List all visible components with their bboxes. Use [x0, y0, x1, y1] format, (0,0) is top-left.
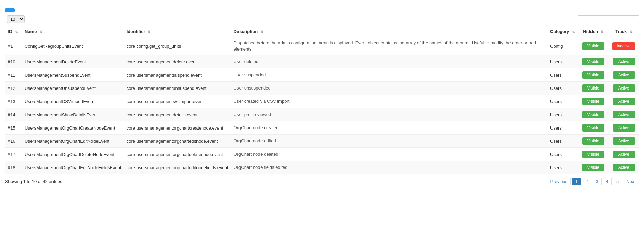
cell-name: UsersManagementOrgChartEditNodeEvent — [22, 135, 124, 148]
cell-identifier: core.usersmanagementorgcharteditnodetiel… — [124, 161, 231, 174]
track-button[interactable]: Active — [613, 151, 635, 158]
table-controls: 102550100 — [5, 15, 639, 23]
logs-button[interactable] — [5, 8, 15, 12]
pagination: Previous 12345Next — [547, 178, 639, 185]
table-row: #13 UsersManagementCSVimportEvent core.u… — [5, 95, 639, 108]
page-button[interactable]: 1 — [572, 178, 581, 185]
table-header: ID ⇅ Name ⇅ Identifier ⇅ Description ⇅ C… — [5, 26, 639, 37]
table-row: #12 UsersManagementUnsuspendEvent core.u… — [5, 82, 639, 95]
hidden-button[interactable]: Visible — [582, 151, 604, 158]
cell-hidden: Visible — [578, 95, 608, 108]
entries-select[interactable]: 102550100 — [7, 15, 25, 23]
page-button[interactable]: 2 — [582, 178, 591, 185]
track-button[interactable]: Active — [613, 111, 635, 118]
cell-name: UsersManagementOrgChartDeleteNodeEvent — [22, 148, 124, 161]
table-row: #17 UsersManagementOrgChartDeleteNodeEve… — [5, 148, 639, 161]
cell-track: Active — [608, 95, 639, 108]
page-button[interactable]: 4 — [603, 178, 612, 185]
table-row: #11 UsersManagementSuspendEvent core.use… — [5, 68, 639, 82]
sort-icon-id: ⇅ — [15, 30, 18, 34]
cell-id: #1 — [5, 37, 22, 55]
cell-hidden: Visible — [578, 55, 608, 68]
cell-name: UsersManagementCSVimportEvent — [22, 95, 124, 108]
hidden-button[interactable]: Visible — [582, 111, 604, 118]
hidden-button[interactable]: Visible — [582, 137, 604, 145]
cell-name: UsersManagementUnsuspendEvent — [22, 82, 124, 95]
cell-category: Users — [547, 121, 578, 135]
hidden-button[interactable]: Visible — [582, 84, 604, 92]
cell-identifier: core.usersmanagementorgchartdeletenode.e… — [124, 148, 231, 161]
page-button[interactable]: 5 — [613, 178, 622, 185]
cell-name: UsersManagementSuspendEvent — [22, 68, 124, 82]
cell-identifier: core.usersmanagementdelete.event — [124, 55, 231, 68]
cell-identifier: core.usersmanagementdetails.event — [124, 108, 231, 121]
table-row: #10 UsersManagementDeleteEvent core.user… — [5, 55, 639, 68]
cell-identifier: core.usersmanagementsuspend.event — [124, 68, 231, 82]
cell-id: #12 — [5, 82, 22, 95]
cell-track: Active — [608, 82, 639, 95]
next-button[interactable]: Next — [623, 178, 639, 185]
cell-hidden: Visible — [578, 121, 608, 135]
prev-button[interactable]: Previous — [547, 178, 571, 185]
sort-icon-hidden: ⇅ — [601, 30, 603, 34]
col-header-category[interactable]: Category ⇅ — [547, 26, 578, 37]
sort-icon-category: ⇅ — [572, 30, 575, 34]
cell-identifier: core.config.get_group_units — [124, 37, 231, 55]
cell-category: Config — [547, 37, 578, 55]
show-entries-control: 102550100 — [5, 15, 27, 23]
cell-category: Users — [547, 161, 578, 174]
col-header-identifier[interactable]: Identifier ⇅ — [124, 26, 231, 37]
cell-track: Active — [608, 108, 639, 121]
track-button[interactable]: Active — [613, 58, 635, 65]
cell-description: User created via CSV import — [231, 95, 547, 108]
hidden-button[interactable]: Visible — [582, 42, 604, 50]
cell-track: Active — [608, 55, 639, 68]
cell-track: Active — [608, 161, 639, 174]
hidden-button[interactable]: Visible — [582, 164, 604, 171]
cell-id: #15 — [5, 121, 22, 135]
col-header-description[interactable]: Description ⇅ — [231, 26, 547, 37]
cell-description: OrgChart node edited — [231, 135, 547, 148]
table-row: #14 UsersManagementShowDetailsEvent core… — [5, 108, 639, 121]
hidden-button[interactable]: Visible — [582, 58, 604, 65]
cell-hidden: Visible — [578, 68, 608, 82]
track-button[interactable]: Active — [613, 98, 635, 105]
showing-entries: Showing 1 to 10 of 42 entries — [5, 179, 62, 184]
col-header-id[interactable]: ID ⇅ — [5, 26, 22, 37]
col-header-track[interactable]: Track ⇅ — [608, 26, 639, 37]
cell-name: UsersManagementDeleteEvent — [22, 55, 124, 68]
search-box — [576, 15, 639, 23]
cell-identifier: core.usersmanagementorgcharteditnode.eve… — [124, 135, 231, 148]
track-button[interactable]: Active — [613, 71, 635, 79]
cell-id: #14 — [5, 108, 22, 121]
cell-id: #10 — [5, 55, 22, 68]
search-input[interactable] — [578, 15, 639, 23]
cell-description: OrgChart node created — [231, 121, 547, 135]
track-button[interactable]: Active — [613, 84, 635, 92]
cell-category: Users — [547, 135, 578, 148]
col-header-hidden[interactable]: Hidden ⇅ — [578, 26, 608, 37]
page-button[interactable]: 3 — [593, 178, 602, 185]
col-header-name[interactable]: Name ⇅ — [22, 26, 124, 37]
hidden-button[interactable]: Visible — [582, 98, 604, 105]
track-button[interactable]: Active — [613, 137, 635, 145]
cell-description: OrgChart node deleted — [231, 148, 547, 161]
cell-category: Users — [547, 108, 578, 121]
track-button[interactable]: Active — [613, 164, 635, 171]
track-button[interactable]: Inactive — [612, 42, 635, 50]
cell-id: #18 — [5, 161, 22, 174]
track-button[interactable]: Active — [613, 124, 635, 132]
cell-identifier: core.usersmanagementorgchartcreatenode.e… — [124, 121, 231, 135]
hidden-button[interactable]: Visible — [582, 124, 604, 132]
cell-name: UsersManagementShowDetailsEvent — [22, 108, 124, 121]
cell-track: Active — [608, 148, 639, 161]
cell-hidden: Visible — [578, 37, 608, 55]
cell-hidden: Visible — [578, 82, 608, 95]
sort-icon-track: ⇅ — [629, 30, 632, 34]
sort-icon-description: ⇅ — [261, 30, 263, 34]
cell-id: #11 — [5, 68, 22, 82]
table-row: #18 UsersManagementOrgChartEditNodeField… — [5, 161, 639, 174]
cell-category: Users — [547, 148, 578, 161]
cell-description: User deleted — [231, 55, 547, 68]
hidden-button[interactable]: Visible — [582, 71, 604, 79]
